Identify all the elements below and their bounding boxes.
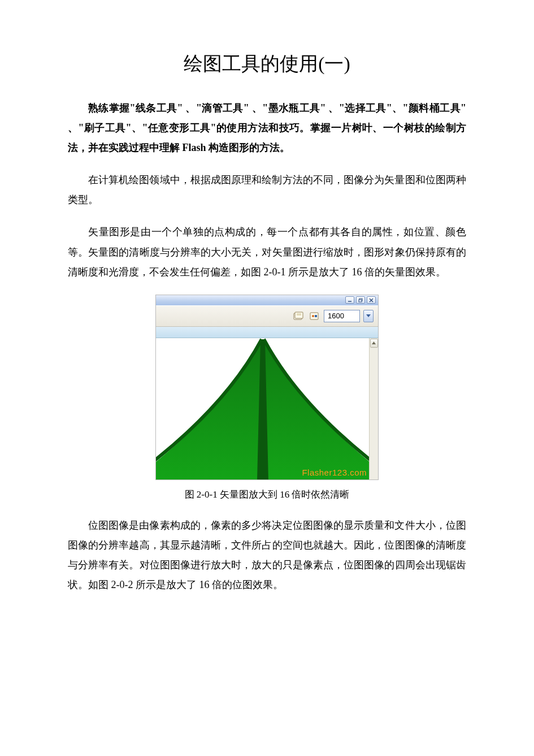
svg-rect-11 — [315, 315, 317, 317]
close-button[interactable] — [367, 296, 376, 304]
intro-paragraph: 熟练掌握"线条工具" 、"滴管工具" 、"墨水瓶工具" 、"选择工具"、"颜料桶… — [68, 98, 466, 158]
vertical-scrollbar[interactable] — [369, 338, 378, 479]
timeline-strip — [156, 327, 378, 338]
stage-canvas: Flasher123.com — [156, 338, 378, 479]
body-paragraph-2: 矢量图形是由一个个单独的点构成的，每一个点都有其各自的属性，如位置、颜色等。矢量… — [68, 222, 466, 282]
svg-marker-12 — [366, 314, 371, 317]
restore-button[interactable] — [356, 296, 365, 304]
body-paragraph-3: 位图图像是由像素构成的，像素的多少将决定位图图像的显示质量和文件大小，位图图像的… — [68, 516, 466, 595]
window-toolbar: 1600 — [156, 305, 378, 327]
flash-window-screenshot: 1600 — [155, 295, 379, 480]
window-titlebar — [156, 295, 378, 305]
zoom-dropdown-button[interactable] — [363, 310, 374, 322]
symbol-icon[interactable] — [308, 310, 320, 322]
minimize-button[interactable] — [345, 296, 354, 304]
page-title: 绘图工具的使用(一) — [68, 51, 466, 77]
vector-leaf-graphic — [156, 338, 369, 479]
svg-rect-2 — [359, 300, 362, 302]
scroll-up-button[interactable] — [370, 339, 378, 348]
svg-marker-13 — [372, 342, 376, 344]
svg-point-10 — [312, 315, 314, 317]
figure-container: 1600 — [68, 295, 466, 480]
figure-caption-1: 图 2-0-1 矢量图放大到 16 倍时依然清晰 — [68, 488, 466, 501]
chevron-up-icon — [372, 342, 376, 344]
zoom-input[interactable]: 1600 — [324, 310, 360, 322]
scene-icon[interactable] — [292, 310, 305, 322]
chevron-down-icon — [366, 314, 371, 318]
document-page: 绘图工具的使用(一) 熟练掌握"线条工具" 、"滴管工具" 、"墨水瓶工具" 、… — [0, 0, 534, 756]
body-paragraph-1: 在计算机绘图领域中，根据成图原理和绘制方法的不同，图像分为矢量图和位图两种类型。 — [68, 170, 466, 210]
watermark-text: Flasher123.com — [302, 468, 367, 477]
